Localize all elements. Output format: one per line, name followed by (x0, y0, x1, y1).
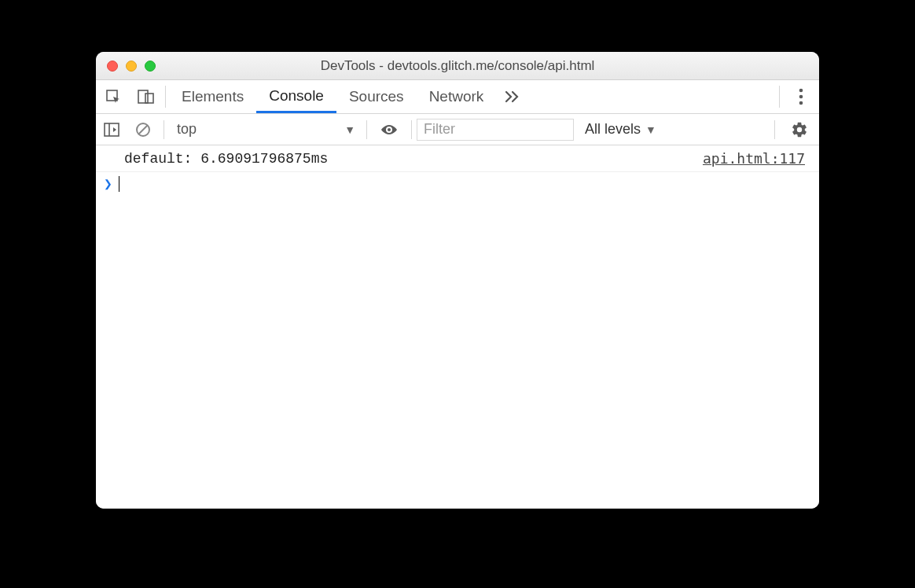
divider (164, 120, 164, 139)
more-tabs-button[interactable] (496, 80, 527, 113)
panel-tabs: Elements Console Sources Network (169, 80, 496, 113)
log-message: default: 6.69091796875ms (124, 151, 328, 167)
tab-label: Console (269, 87, 324, 105)
inspect-icon[interactable] (96, 80, 130, 113)
window-title: DevTools - devtools.glitch.me/console/ap… (96, 58, 819, 74)
svg-point-3 (799, 89, 803, 93)
log-level-selector[interactable]: All levels ▼ (574, 121, 667, 138)
tab-label: Network (429, 88, 484, 105)
zoom-window-button[interactable] (145, 61, 156, 72)
tab-sources[interactable]: Sources (336, 80, 417, 113)
tab-console[interactable]: Console (256, 80, 336, 113)
divider (366, 120, 367, 139)
svg-rect-1 (138, 90, 148, 103)
tab-label: Elements (182, 88, 244, 105)
divider (165, 86, 166, 108)
execution-context-selector[interactable]: top ▼ (169, 121, 362, 138)
filter-input-wrapper (417, 119, 574, 141)
toggle-console-sidebar-icon[interactable] (96, 114, 127, 145)
tab-elements[interactable]: Elements (169, 80, 256, 113)
spacer (527, 80, 776, 113)
svg-rect-2 (145, 94, 153, 103)
titlebar: DevTools - devtools.glitch.me/console/ap… (96, 52, 819, 80)
tabs-toolbar: Elements Console Sources Network (96, 80, 819, 114)
svg-line-9 (139, 125, 148, 134)
divider (411, 120, 412, 139)
minimize-window-button[interactable] (126, 61, 137, 72)
settings-menu-button[interactable] (783, 80, 819, 113)
close-window-button[interactable] (107, 61, 118, 72)
divider (779, 86, 780, 108)
chevron-down-icon: ▼ (344, 123, 355, 136)
console-log-entry[interactable]: default: 6.69091796875ms api.html:117 (96, 145, 819, 172)
traffic-lights (96, 61, 156, 72)
console-toolbar: top ▼ All levels ▼ (96, 114, 819, 145)
svg-point-5 (799, 101, 803, 105)
log-source-link[interactable]: api.html:117 (703, 150, 805, 167)
live-expression-icon[interactable] (372, 114, 406, 145)
context-label: top (177, 121, 197, 138)
svg-rect-6 (105, 123, 119, 136)
devtools-window: DevTools - devtools.glitch.me/console/ap… (96, 52, 819, 509)
chevron-down-icon: ▼ (645, 123, 656, 136)
filter-input[interactable] (424, 121, 567, 138)
console-settings-icon[interactable] (780, 114, 819, 145)
console-output: default: 6.69091796875ms api.html:117 ❯ (96, 145, 819, 509)
prompt-chevron-icon: ❯ (104, 175, 112, 193)
tab-network[interactable]: Network (417, 80, 497, 113)
svg-point-4 (799, 95, 803, 99)
divider (774, 120, 775, 139)
clear-console-icon[interactable] (127, 114, 159, 145)
svg-point-10 (388, 128, 391, 131)
levels-label: All levels (585, 121, 641, 138)
console-prompt[interactable]: ❯ (96, 172, 819, 196)
tab-label: Sources (349, 88, 404, 105)
device-toolbar-icon[interactable] (130, 80, 162, 113)
text-cursor (119, 176, 119, 192)
